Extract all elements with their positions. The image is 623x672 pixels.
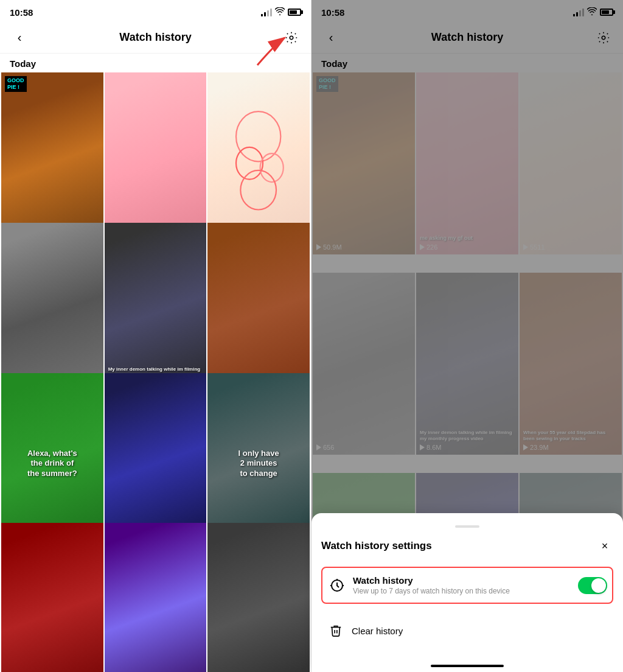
sheet-title: Watch history settings <box>321 540 432 552</box>
watch-history-toggle[interactable] <box>578 577 607 594</box>
watch-history-label: Watch history <box>353 575 578 586</box>
clear-history-label: Clear history <box>352 626 403 636</box>
left-back-button[interactable]: ‹ <box>10 28 29 47</box>
left-status-icons <box>261 7 301 18</box>
video-thumb-10[interactable]: LIKED THEMCOOKED ?! 45.5M <box>1 523 103 672</box>
sheet-close-button[interactable]: × <box>596 537 613 555</box>
watch-history-subtitle: View up to 7 days of watch history on th… <box>353 587 578 595</box>
video-tag-1: GOODPIE ! <box>5 76 27 92</box>
left-wifi-icon <box>275 7 285 18</box>
left-battery-icon <box>288 9 301 16</box>
clear-history-item[interactable]: Clear history <box>321 614 613 648</box>
video-thumb-11[interactable]: 2.2M <box>105 523 207 672</box>
left-status-time: 10:58 <box>10 7 33 18</box>
svg-point-3 <box>236 147 263 180</box>
svg-point-5 <box>241 170 277 210</box>
left-nav-bar: ‹ Watch history <box>0 22 311 54</box>
right-phone-panel: 10:58 ‹ Watch history <box>312 0 623 672</box>
left-signal-icon <box>261 8 272 16</box>
left-section-label: Today <box>0 54 311 72</box>
left-nav-title: Watch history <box>119 31 191 44</box>
watch-history-icon <box>327 576 347 595</box>
sheet-header: Watch history settings × <box>321 537 613 555</box>
watch-history-settings-sheet: Watch history settings × Watch history <box>312 513 623 672</box>
left-phone-panel: 10:58 ‹ Watch history <box>0 0 312 672</box>
left-status-bar: 10:58 <box>0 0 311 22</box>
bottom-sheet-overlay: Watch history settings × Watch history <box>312 0 623 672</box>
left-video-grid: GOODPIE ! 50.9M me asking my gf out 226 <box>0 72 311 672</box>
home-indicator <box>431 665 504 667</box>
watch-history-toggle-item: Watch history View up to 7 days of watch… <box>321 567 613 604</box>
video-overlay-7: Alexa, what'sthe drink ofthe summer? <box>27 448 77 479</box>
video-overlay-9: I only have2 minutesto change <box>238 448 279 479</box>
watch-history-text: Watch history View up to 7 days of watch… <box>353 575 578 595</box>
toggle-knob <box>591 578 606 593</box>
left-settings-button[interactable] <box>282 28 301 47</box>
svg-point-0 <box>290 36 293 40</box>
video-thumb-12[interactable]: 790 <box>207 523 310 672</box>
sheet-handle <box>455 525 479 528</box>
clear-history-icon <box>326 621 346 640</box>
